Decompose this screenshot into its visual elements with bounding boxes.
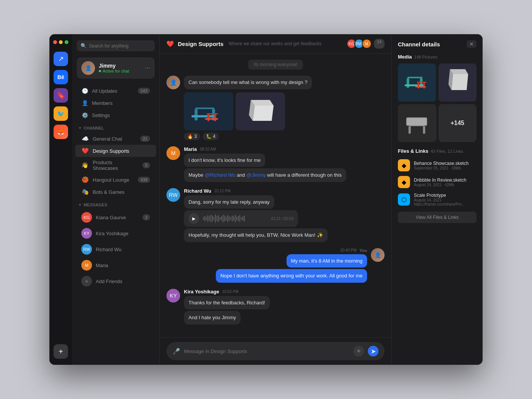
minimize-button[interactable] — [59, 40, 63, 44]
nav-settings[interactable]: ⚙️ Settings — [75, 109, 156, 121]
svg-marker-10 — [251, 100, 274, 106]
play-button[interactable]: ▶ — [188, 213, 199, 224]
firefox-dock-icon[interactable]: 🦊 — [54, 125, 68, 139]
waveform-bar — [223, 215, 223, 222]
messages-section: KG Kiana Gaurve 2 KY Kira Yoshikage RW R… — [72, 209, 159, 359]
waveform-bar — [207, 215, 208, 222]
view-all-files-button[interactable]: View All Files & Links — [398, 212, 477, 223]
svg-rect-5 — [207, 113, 218, 114]
bird-dock-icon[interactable]: 🐦 — [54, 106, 68, 121]
chevron-down-icon-2: ▼ — [78, 203, 82, 207]
kira-time: 10:52 PM — [222, 290, 239, 294]
waveform-bar — [218, 215, 219, 222]
app-dock-icon[interactable]: ↗ — [54, 52, 68, 66]
channel-products-showcases[interactable]: 👋 Products Showcases 5 — [75, 157, 156, 174]
channel-design-supports[interactable]: ❤️ Design Supports — [75, 145, 156, 157]
media-thumb-3[interactable] — [398, 104, 436, 142]
kira-meta: Kira Yoshikage 10:52 PM — [184, 289, 270, 294]
svg-rect-6 — [207, 114, 209, 121]
channels-section-header[interactable]: ▼ CHANNEL — [72, 121, 159, 133]
close-details-button[interactable]: ✕ — [467, 40, 477, 48]
message-input[interactable] — [184, 348, 350, 354]
file-item-behance[interactable]: ◆ Behance Showcase.sketch September 05, … — [398, 157, 477, 174]
app-window: ↗ Bē 🔖 🐦 🦊 + 🔍 👤 Jimmy Active for chat ·… — [49, 34, 483, 365]
richard-time: 10:12 PM — [214, 189, 231, 193]
file-item-dribbble[interactable]: ◆ Dribbble In Review.sketch August 24, 2… — [398, 174, 477, 190]
add-attachment-button[interactable]: + — [353, 346, 364, 356]
nav-members[interactable]: 👤 Members — [75, 97, 156, 109]
contact-richard[interactable]: RW Richard Wu — [75, 241, 156, 257]
chat-channel-title: Design Supports — [178, 41, 223, 47]
message-own: 👤 You 10:40 PM My man, it's 8 AM in the … — [166, 248, 385, 283]
media-thumb-1[interactable] — [398, 63, 436, 102]
svg-rect-31 — [407, 118, 426, 125]
search-icon: 🔍 — [81, 43, 87, 49]
contact-kira[interactable]: KY Kira Yoshikage — [75, 225, 156, 241]
own-bubble-1: My man, it's 8 AM in the morning — [287, 254, 367, 268]
traffic-lights — [53, 40, 68, 44]
media-section: Media 148 Pictures — [398, 54, 477, 142]
media-more[interactable]: +145 — [439, 104, 477, 142]
media-title: Media 148 Pictures — [398, 54, 477, 60]
send-button[interactable]: ➤ — [368, 346, 378, 356]
mention-richard: @Richard Wu — [205, 172, 236, 178]
channel-general-chat[interactable]: ☁️ General Chat 21 — [75, 133, 156, 145]
nav-all-updates[interactable]: 🕐 All Updates 243 — [75, 85, 156, 97]
media-thumb-2[interactable] — [439, 63, 477, 102]
waveform-bar — [209, 216, 210, 221]
msg1-bubble: Can somebody tell me what is wrong with … — [184, 76, 312, 89]
waveform-bar — [238, 216, 239, 221]
file-item-framer[interactable]: ⬡ Scale Prototype August 14, 2021 · http… — [398, 190, 477, 209]
message-maria: M Maria 08:32 AM I don't know, it's look… — [166, 146, 385, 182]
contact-kiana[interactable]: KG Kiana Gaurve 2 — [75, 209, 156, 225]
design-image-2[interactable] — [236, 92, 285, 130]
microphone-icon[interactable]: 🎤 — [173, 348, 180, 355]
framer-icon: ⬡ — [398, 193, 410, 206]
details-title: Channel details — [398, 41, 440, 48]
messages-section-header[interactable]: ▼ MESSAGES — [72, 198, 159, 209]
message-richard: RW Richard Wu 10:12 PM Dang, sorry for m… — [166, 188, 385, 242]
basketball-icon: 🏀 — [81, 176, 89, 183]
kira-bubble-1: Thanks for the feedbacks, Richard! — [184, 296, 270, 310]
file-meta-2: August 24, 2021 · 42Mb — [414, 183, 477, 187]
contact-maria[interactable]: M Maria — [75, 257, 156, 273]
file-info-2: Dribbble In Review.sketch August 24, 202… — [414, 177, 477, 187]
waveform-bar — [236, 217, 237, 220]
kira-msg-avatar: KY — [166, 289, 180, 302]
reaction-fire[interactable]: 🔥 3 — [184, 133, 200, 140]
maria-msg-avatar: M — [166, 146, 180, 160]
behance-dock-icon[interactable]: Bē — [54, 70, 68, 84]
header-channel-icon: ❤️ — [166, 40, 174, 48]
channel-hangout-lounge[interactable]: 🏀 Hangout Lounge 438 — [75, 174, 156, 186]
profile-options-button[interactable]: ··· — [145, 65, 150, 71]
waveform-bar — [235, 215, 236, 222]
search-input[interactable] — [89, 43, 151, 49]
message-kira: KY Kira Yoshikage 10:52 PM Thanks for th… — [166, 289, 385, 325]
bookmark-dock-icon[interactable]: 🔖 — [54, 88, 68, 103]
chat-images — [184, 92, 312, 130]
kira-body: Kira Yoshikage 10:52 PM Thanks for the f… — [184, 289, 270, 325]
fullscreen-button[interactable] — [65, 40, 68, 44]
svg-rect-7 — [214, 114, 216, 121]
maria-name: Maria — [184, 146, 197, 152]
waveform-bar — [220, 217, 220, 220]
close-button[interactable] — [53, 40, 57, 44]
media-grid: +145 — [398, 63, 477, 142]
header-avatars: KG RW M 24 — [349, 39, 385, 49]
add-dock-icon[interactable]: + — [54, 344, 68, 359]
products-showcases-badge: 5 — [142, 162, 150, 168]
file-info-3: Scale Prototype August 14, 2021 · https:… — [414, 193, 477, 206]
profile-card[interactable]: 👤 Jimmy Active for chat ··· — [77, 57, 155, 79]
waveform-bar — [241, 217, 242, 220]
add-friends-button[interactable]: + Add Friends — [75, 273, 156, 289]
search-bar[interactable]: 🔍 — [77, 40, 155, 51]
design-image-1[interactable] — [184, 92, 233, 130]
svg-rect-19 — [418, 83, 419, 89]
channel-bots-games[interactable]: 🎭 Bots & Games — [75, 186, 156, 198]
reaction-bug[interactable]: 🐛 4 — [203, 133, 219, 140]
richard-body: Richard Wu 10:12 PM Dang, sorry for my l… — [184, 188, 328, 242]
svg-rect-2 — [195, 109, 198, 120]
file-info-1: Behance Showcase.sketch September 05, 20… — [414, 161, 477, 170]
message-design-question: 👤 Can somebody tell me what is wrong wit… — [166, 76, 385, 140]
file-name-3: Scale Prototype — [414, 193, 477, 198]
